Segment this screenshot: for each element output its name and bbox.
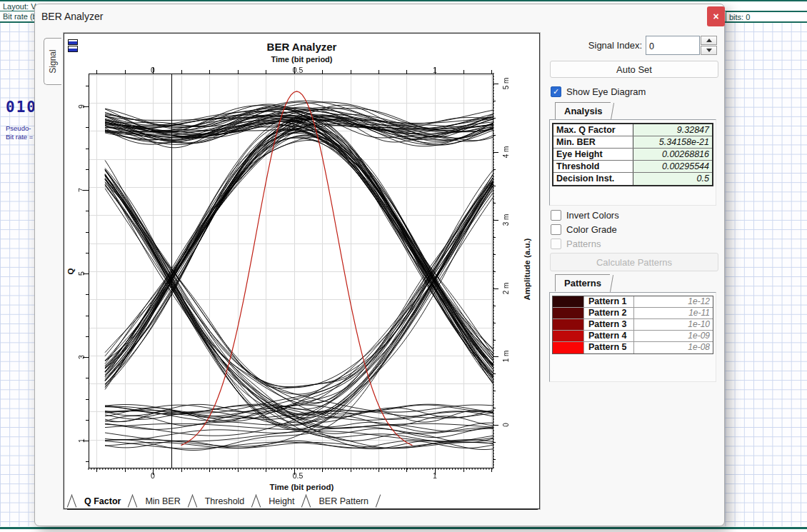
x-tick-label-bottom: 0: [139, 471, 167, 481]
show-eye-diagram-label: Show Eye Diagram: [566, 86, 646, 97]
bottom-divider: [0, 527, 807, 529]
option-checkbox-label: Invert Colors: [566, 210, 619, 221]
plot-tab-strip: Q Factor Min BER Threshold Height BER Pa…: [67, 495, 538, 510]
pattern-row: Pattern 3 1e-10: [553, 319, 713, 331]
pattern-color-swatch: [553, 331, 584, 341]
pattern-label: Pattern 2: [584, 308, 634, 318]
patterns-table: Pattern 1 1e-12 Pattern 2 1e-11 Pattern …: [552, 296, 713, 354]
plot-bottom-axis-title: Time (bit period): [64, 483, 539, 491]
y-right-tick-label: 5 m: [501, 74, 511, 93]
pattern-row: Pattern 1 1e-12: [553, 296, 713, 308]
pattern-row: Pattern 2 1e-11: [553, 308, 713, 319]
pattern-value: 1e-12: [634, 296, 713, 307]
window-title: BER Analyzer: [41, 11, 103, 22]
y-right-axis-title: Amplitude (a.u.): [523, 226, 533, 312]
ber-analyzer-window: BER Analyzer × Signal BER Analyzer Time …: [34, 4, 725, 526]
pattern-row: Pattern 4 1e-09: [553, 331, 713, 342]
pattern-label: Pattern 1: [584, 296, 634, 307]
tab-separator: [251, 493, 261, 508]
x-tick-label-top: 1: [421, 65, 449, 75]
arrow-up-icon: [706, 39, 712, 42]
analysis-metric-value: 9.32847: [633, 124, 712, 136]
x-tick-label-bottom: 1: [421, 471, 449, 481]
analysis-metric-value: 5.34158e-21: [633, 136, 712, 148]
option-checkbox-row[interactable]: Invert Colors: [551, 210, 619, 221]
pattern-value: 1e-08: [634, 342, 713, 353]
y-right-tick-label: 1 m: [501, 347, 511, 366]
x-tick-label-top: 0.5: [284, 65, 312, 75]
calculate-patterns-button[interactable]: Calculate Patterns: [550, 253, 718, 271]
prbs-caption-line2: Bit rate =: [6, 133, 33, 141]
analysis-metric-value: 0.5: [633, 173, 712, 185]
signal-side-tab[interactable]: Signal: [44, 38, 61, 85]
option-checkbox[interactable]: [551, 210, 561, 221]
plot-tab[interactable]: Height: [261, 495, 301, 508]
plot-tab[interactable]: Threshold: [198, 495, 252, 508]
close-icon: ×: [713, 11, 718, 22]
close-button[interactable]: ×: [707, 6, 725, 26]
analysis-table-row: Threshold 0.00295544: [553, 161, 712, 173]
analysis-table-row: Decision Inst. 0.5: [553, 173, 712, 185]
pattern-value: 1e-10: [634, 319, 713, 330]
x-tick-label-bottom: 0.5: [284, 471, 312, 481]
y-left-tick-label: 7: [76, 183, 86, 197]
eye-diagram-canvas[interactable]: [80, 64, 503, 478]
spinner-down-button[interactable]: [701, 46, 717, 55]
y-right-tick-label: 2 m: [501, 279, 511, 298]
plot-tab[interactable]: Min BER: [138, 495, 187, 508]
y-right-tick-label: 3 m: [501, 211, 511, 229]
patterns-tab[interactable]: Patterns: [555, 274, 610, 291]
signal-index-spinner: [701, 36, 717, 55]
analysis-table-row: Max. Q Factor 9.32847: [553, 124, 712, 136]
tab-separator: [67, 493, 77, 508]
analysis-metric-label: Decision Inst.: [553, 173, 633, 185]
analysis-table-row: Eye Height 0.00268816: [553, 149, 712, 161]
bits-cell: bits: 0: [726, 11, 807, 23]
analysis-tab[interactable]: Analysis: [555, 102, 611, 119]
pattern-color-swatch: [553, 342, 584, 353]
signal-index-input[interactable]: [646, 36, 700, 55]
show-eye-diagram-checkbox[interactable]: [551, 86, 561, 97]
analysis-table: Max. Q Factor 9.32847 Min. BER 5.34158e-…: [552, 123, 713, 186]
signal-side-tab-label: Signal: [48, 41, 58, 81]
arrow-down-icon: [706, 49, 712, 52]
pattern-label: Pattern 4: [584, 331, 634, 341]
analysis-table-row: Min. BER 5.34158e-21: [553, 136, 712, 149]
option-checkbox[interactable]: [551, 239, 561, 249]
option-checkbox[interactable]: [551, 224, 561, 235]
pattern-label: Pattern 3: [584, 319, 634, 330]
prbs-caption-line1: Pseudo-: [6, 124, 31, 132]
option-checkbox-row[interactable]: Color Grade: [551, 224, 617, 235]
pattern-value: 1e-09: [634, 331, 713, 341]
plot-title: BER Analyzer: [64, 41, 539, 53]
spinner-up-button[interactable]: [701, 36, 717, 45]
y-left-axis-title: Q: [66, 264, 76, 278]
y-left-tick-label: 5: [76, 266, 86, 281]
analysis-metric-label: Eye Height: [553, 149, 633, 160]
plot-tab[interactable]: BER Pattern: [311, 495, 375, 508]
analysis-group-box: Max. Q Factor 9.32847 Min. BER 5.34158e-…: [549, 119, 716, 206]
pattern-value: 1e-11: [634, 308, 713, 318]
tab-separator: [188, 493, 198, 508]
signal-index-label: Signal Index:: [536, 40, 642, 51]
patterns-group-box: Pattern 1 1e-12 Pattern 2 1e-11 Pattern …: [549, 292, 716, 382]
analysis-metric-value: 0.00268816: [633, 149, 712, 160]
show-eye-diagram-checkbox-row[interactable]: Show Eye Diagram: [551, 86, 646, 97]
analysis-metric-label: Max. Q Factor: [553, 124, 633, 136]
option-checkbox-label: Patterns: [566, 239, 601, 249]
analysis-metric-value: 0.00295544: [633, 161, 712, 172]
auto-set-button[interactable]: Auto Set: [550, 61, 718, 78]
y-left-tick-label: 3: [76, 350, 86, 364]
plot-top-axis-title: Time (bit period): [64, 55, 539, 64]
option-checkbox-label: Color Grade: [566, 224, 617, 235]
y-left-tick-label: 9: [76, 99, 86, 114]
analysis-metric-label: Threshold: [553, 161, 633, 172]
y-right-tick-label: 0: [501, 416, 511, 434]
option-checkbox-row[interactable]: Patterns: [551, 239, 601, 249]
y-right-tick-label: 4 m: [501, 143, 511, 161]
plot-tab[interactable]: Q Factor: [77, 495, 128, 508]
tab-separator: [376, 493, 386, 508]
pattern-row: Pattern 5 1e-08: [553, 342, 713, 353]
pattern-label: Pattern 5: [584, 342, 634, 353]
pattern-color-swatch: [553, 296, 584, 307]
